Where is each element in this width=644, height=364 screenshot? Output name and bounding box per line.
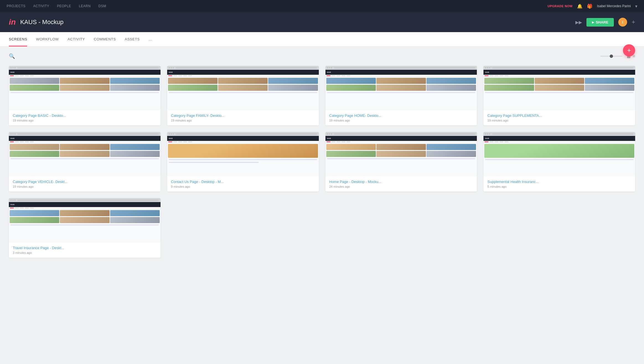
screen-card[interactable]: KAUS xyxy=(167,66,319,125)
screen-info: Category Page HOME- Deskto... 19 minutes… xyxy=(325,110,477,125)
screen-preview: KAUS xyxy=(483,66,635,110)
search-icon[interactable]: 🔍 xyxy=(9,53,15,59)
screen-name: Supplemental Health Insuranc... xyxy=(487,180,631,184)
screen-card[interactable]: KAUS xyxy=(9,66,161,125)
bell-icon[interactable]: 🔔 xyxy=(577,4,583,9)
screen-card[interactable]: KAUS xyxy=(9,132,161,192)
user-name[interactable]: Isabel Mercedes Parini xyxy=(597,4,631,8)
screen-info: Category Page BASIC - Deskto... 19 minut… xyxy=(9,110,161,125)
screen-card[interactable]: KAUS Supplemental Health Insuranc... xyxy=(483,132,635,192)
gift-icon[interactable]: 🎁 xyxy=(587,4,593,9)
screen-info: Travel Insurance Page - Deskt... 3 minut… xyxy=(9,242,161,258)
screen-preview: KAUS xyxy=(167,66,319,110)
chevron-down-icon[interactable]: ▾ xyxy=(635,4,637,9)
slider-track xyxy=(600,56,622,57)
screen-name: Travel Insurance Page - Deskt... xyxy=(13,246,157,250)
nav-learn[interactable]: Learn xyxy=(79,4,91,8)
sub-nav: SCREENS WORKFLOW ACTIVITY COMMENTS ASSET… xyxy=(0,32,644,47)
screen-time: 24 minutes ago xyxy=(329,185,473,188)
screen-name: Category Page FAMILY- Deskto... xyxy=(171,113,315,118)
screen-name: Contact Us Page - Desktop - M... xyxy=(171,180,315,184)
play-icon[interactable]: ▶▶ xyxy=(575,20,582,25)
screen-time: 9 minutes ago xyxy=(171,185,315,188)
screen-name: Category Page VEHICLE- Deskt... xyxy=(13,180,157,184)
screen-card[interactable]: KAUS Contact Us Page - Desktop - xyxy=(167,132,319,192)
tab-screens[interactable]: SCREENS xyxy=(9,32,27,47)
screen-name: Home Page - Desktop - Mocku... xyxy=(329,180,473,184)
upgrade-button[interactable]: UPGRADE NOW xyxy=(547,4,572,8)
nav-projects[interactable]: Projects xyxy=(7,4,25,8)
add-screen-button[interactable]: + xyxy=(623,44,635,56)
zoom-slider[interactable] xyxy=(600,56,622,57)
invision-logo: in xyxy=(9,18,16,27)
top-nav: Projects Activity People Learn DSM UPGRA… xyxy=(0,0,644,12)
screen-time: 19 minutes ago xyxy=(13,185,157,188)
screen-info: Category Page FAMILY- Deskto... 19 minut… xyxy=(167,110,319,125)
tab-comments[interactable]: COMMENTS xyxy=(94,32,116,47)
nav-dsm[interactable]: DSM xyxy=(99,4,106,8)
screen-preview: KAUS xyxy=(9,66,161,110)
screen-preview: KAUS xyxy=(483,132,635,176)
screen-name: Category Page HOME- Deskto... xyxy=(329,113,473,118)
screen-preview: KAUS xyxy=(167,132,319,176)
project-title: KAUS - Mockup xyxy=(20,19,64,26)
screen-info: Category Page SUPPLEMENTA... 19 minutes … xyxy=(483,110,635,125)
project-header-right: ▶▶ SHARE I + xyxy=(575,18,635,27)
project-header: in KAUS - Mockup ▶▶ SHARE I + xyxy=(0,12,644,32)
screen-info: Supplemental Health Insuranc... 5 minute… xyxy=(483,176,635,192)
screen-card[interactable]: KAUS xyxy=(325,132,477,192)
nav-people[interactable]: People xyxy=(57,4,71,8)
avatar: I xyxy=(618,18,627,27)
tab-activity[interactable]: ACTIVITY xyxy=(68,32,85,47)
project-header-left: in KAUS - Mockup xyxy=(9,18,63,27)
main-content: 🔍 ⊞ ≡ xyxy=(0,47,644,264)
top-nav-links: Projects Activity People Learn DSM xyxy=(7,4,106,8)
tab-assets[interactable]: ASSETS xyxy=(125,32,140,47)
screen-card[interactable]: KAUS xyxy=(483,66,635,125)
screen-preview: KAUS xyxy=(325,66,477,110)
tab-workflow[interactable]: WORKFLOW xyxy=(36,32,59,47)
slider-thumb xyxy=(610,55,613,58)
screen-time: 19 minutes ago xyxy=(13,119,157,122)
top-nav-right: UPGRADE NOW 🔔 🎁 Isabel Mercedes Parini ▾ xyxy=(547,4,637,9)
screen-card[interactable]: KAUS xyxy=(9,198,161,258)
screen-info: Category Page VEHICLE- Deskt... 19 minut… xyxy=(9,176,161,192)
screen-time: 5 minutes ago xyxy=(487,185,631,188)
screens-grid: KAUS xyxy=(9,66,635,258)
screen-time: 19 minutes ago xyxy=(329,119,473,122)
screen-time: 19 minutes ago xyxy=(171,119,315,122)
screen-preview: KAUS xyxy=(9,132,161,176)
screen-info: Contact Us Page - Desktop - M... 9 minut… xyxy=(167,176,319,192)
screen-preview: KAUS xyxy=(9,198,161,242)
screen-info: Home Page - Desktop - Mocku... 24 minute… xyxy=(325,176,477,192)
screen-name: Category Page SUPPLEMENTA... xyxy=(487,113,631,118)
share-button[interactable]: SHARE xyxy=(586,18,614,27)
screen-preview: KAUS xyxy=(325,132,477,176)
toolbar: 🔍 ⊞ ≡ xyxy=(9,53,635,59)
screen-time: 19 minutes ago xyxy=(487,119,631,122)
screen-card[interactable]: KAUS xyxy=(325,66,477,125)
screen-time: 3 minutes ago xyxy=(13,251,157,254)
screen-name: Category Page BASIC - Deskto... xyxy=(13,113,157,118)
nav-activity[interactable]: Activity xyxy=(33,4,49,8)
tab-more[interactable]: ... xyxy=(149,32,152,47)
add-collaborator-button[interactable]: + xyxy=(632,19,635,26)
